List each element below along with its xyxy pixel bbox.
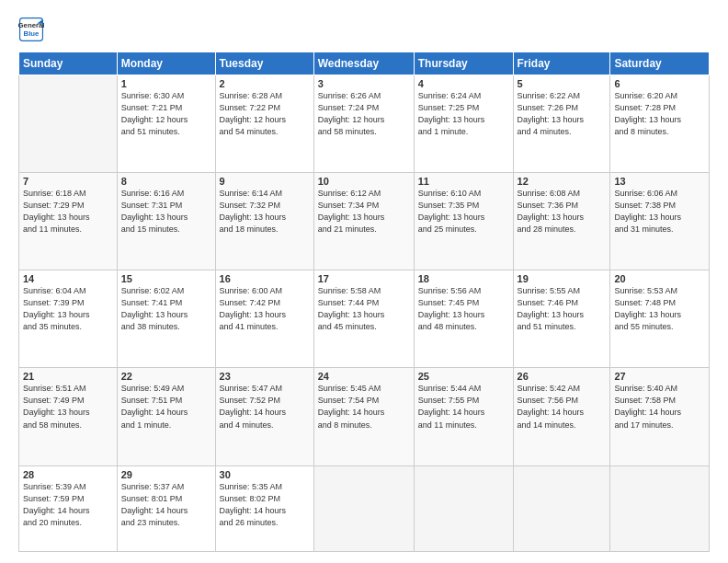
day-number: 12 [518, 176, 607, 187]
weekday-header-thursday: Thursday [414, 52, 513, 75]
day-number: 28 [23, 469, 113, 480]
calendar-cell [414, 465, 513, 552]
day-info: Sunrise: 6:04 AM Sunset: 7:39 PM Dayligh… [23, 285, 113, 333]
day-number: 16 [220, 273, 310, 284]
calendar-cell: 28Sunrise: 5:39 AM Sunset: 7:59 PM Dayli… [19, 465, 118, 552]
calendar-cell: 19Sunrise: 5:55 AM Sunset: 7:46 PM Dayli… [513, 270, 610, 368]
weekday-header-tuesday: Tuesday [215, 52, 313, 75]
calendar-cell: 3Sunrise: 6:26 AM Sunset: 7:24 PM Daylig… [313, 75, 414, 173]
day-info: Sunrise: 6:24 AM Sunset: 7:25 PM Dayligh… [418, 90, 509, 138]
day-number: 7 [23, 176, 113, 187]
day-number: 1 [121, 78, 211, 89]
day-info: Sunrise: 5:51 AM Sunset: 7:49 PM Dayligh… [23, 383, 113, 431]
calendar-cell: 14Sunrise: 6:04 AM Sunset: 7:39 PM Dayli… [19, 270, 118, 368]
day-info: Sunrise: 6:16 AM Sunset: 7:31 PM Dayligh… [121, 188, 211, 236]
day-number: 2 [220, 78, 310, 89]
calendar-table: SundayMondayTuesdayWednesdayThursdayFrid… [18, 52, 710, 552]
week-row-1: 1Sunrise: 6:30 AM Sunset: 7:21 PM Daylig… [19, 75, 710, 173]
day-number: 27 [614, 371, 705, 382]
day-info: Sunrise: 5:45 AM Sunset: 7:54 PM Dayligh… [318, 383, 410, 431]
calendar-cell: 11Sunrise: 6:10 AM Sunset: 7:35 PM Dayli… [414, 173, 513, 270]
week-row-2: 7Sunrise: 6:18 AM Sunset: 7:29 PM Daylig… [19, 173, 710, 270]
week-row-5: 28Sunrise: 5:39 AM Sunset: 7:59 PM Dayli… [19, 465, 710, 552]
day-info: Sunrise: 5:37 AM Sunset: 8:01 PM Dayligh… [121, 481, 211, 529]
logo-icon: General Blue [18, 17, 44, 42]
day-number: 29 [121, 469, 211, 480]
day-info: Sunrise: 6:14 AM Sunset: 7:32 PM Dayligh… [220, 188, 310, 236]
calendar-cell: 22Sunrise: 5:49 AM Sunset: 7:51 PM Dayli… [117, 368, 215, 465]
day-info: Sunrise: 5:42 AM Sunset: 7:56 PM Dayligh… [518, 383, 607, 431]
calendar-cell: 23Sunrise: 5:47 AM Sunset: 7:52 PM Dayli… [215, 368, 313, 465]
calendar-cell: 30Sunrise: 5:35 AM Sunset: 8:02 PM Dayli… [215, 465, 313, 552]
day-info: Sunrise: 5:40 AM Sunset: 7:58 PM Dayligh… [614, 383, 705, 431]
calendar-cell: 25Sunrise: 5:44 AM Sunset: 7:55 PM Dayli… [414, 368, 513, 465]
calendar-cell: 2Sunrise: 6:28 AM Sunset: 7:22 PM Daylig… [215, 75, 313, 173]
day-number: 4 [418, 78, 509, 89]
day-info: Sunrise: 6:18 AM Sunset: 7:29 PM Dayligh… [23, 188, 113, 236]
calendar-cell: 4Sunrise: 6:24 AM Sunset: 7:25 PM Daylig… [414, 75, 513, 173]
day-info: Sunrise: 5:58 AM Sunset: 7:44 PM Dayligh… [318, 285, 410, 333]
calendar-cell: 15Sunrise: 6:02 AM Sunset: 7:41 PM Dayli… [117, 270, 215, 368]
calendar-cell: 29Sunrise: 5:37 AM Sunset: 8:01 PM Dayli… [117, 465, 215, 552]
calendar-cell: 12Sunrise: 6:08 AM Sunset: 7:36 PM Dayli… [513, 173, 610, 270]
day-info: Sunrise: 5:53 AM Sunset: 7:48 PM Dayligh… [614, 285, 705, 333]
calendar-cell [513, 465, 610, 552]
day-number: 30 [220, 469, 310, 480]
svg-text:Blue: Blue [24, 29, 40, 38]
day-number: 14 [23, 273, 113, 284]
calendar-cell: 13Sunrise: 6:06 AM Sunset: 7:38 PM Dayli… [610, 173, 710, 270]
weekday-header-wednesday: Wednesday [313, 52, 414, 75]
week-row-3: 14Sunrise: 6:04 AM Sunset: 7:39 PM Dayli… [19, 270, 710, 368]
day-number: 18 [418, 273, 509, 284]
day-info: Sunrise: 5:47 AM Sunset: 7:52 PM Dayligh… [220, 383, 310, 431]
calendar-cell: 7Sunrise: 6:18 AM Sunset: 7:29 PM Daylig… [19, 173, 118, 270]
weekday-header-sunday: Sunday [19, 52, 118, 75]
day-info: Sunrise: 5:44 AM Sunset: 7:55 PM Dayligh… [418, 383, 509, 431]
calendar-cell: 1Sunrise: 6:30 AM Sunset: 7:21 PM Daylig… [117, 75, 215, 173]
day-number: 24 [318, 371, 410, 382]
calendar-cell: 24Sunrise: 5:45 AM Sunset: 7:54 PM Dayli… [313, 368, 414, 465]
day-info: Sunrise: 5:49 AM Sunset: 7:51 PM Dayligh… [121, 383, 211, 431]
day-info: Sunrise: 6:22 AM Sunset: 7:26 PM Dayligh… [518, 90, 607, 138]
day-info: Sunrise: 5:56 AM Sunset: 7:45 PM Dayligh… [418, 285, 509, 333]
day-info: Sunrise: 6:00 AM Sunset: 7:42 PM Dayligh… [220, 285, 310, 333]
day-number: 23 [220, 371, 310, 382]
day-number: 20 [614, 273, 705, 284]
day-info: Sunrise: 6:10 AM Sunset: 7:35 PM Dayligh… [418, 188, 509, 236]
day-number: 11 [418, 176, 509, 187]
day-number: 6 [614, 78, 705, 89]
day-number: 26 [518, 371, 607, 382]
day-info: Sunrise: 5:39 AM Sunset: 7:59 PM Dayligh… [23, 481, 113, 529]
calendar-cell: 9Sunrise: 6:14 AM Sunset: 7:32 PM Daylig… [215, 173, 313, 270]
calendar-cell: 6Sunrise: 6:20 AM Sunset: 7:28 PM Daylig… [610, 75, 710, 173]
weekday-header-monday: Monday [117, 52, 215, 75]
day-info: Sunrise: 5:55 AM Sunset: 7:46 PM Dayligh… [518, 285, 607, 333]
calendar-cell: 20Sunrise: 5:53 AM Sunset: 7:48 PM Dayli… [610, 270, 710, 368]
calendar-cell: 16Sunrise: 6:00 AM Sunset: 7:42 PM Dayli… [215, 270, 313, 368]
day-number: 19 [518, 273, 607, 284]
day-number: 22 [121, 371, 211, 382]
day-number: 17 [318, 273, 410, 284]
header: General Blue [18, 17, 710, 42]
day-info: Sunrise: 6:08 AM Sunset: 7:36 PM Dayligh… [518, 188, 607, 236]
calendar-cell [313, 465, 414, 552]
day-number: 9 [220, 176, 310, 187]
calendar-cell: 18Sunrise: 5:56 AM Sunset: 7:45 PM Dayli… [414, 270, 513, 368]
weekday-header-saturday: Saturday [610, 52, 710, 75]
weekday-header-friday: Friday [513, 52, 610, 75]
day-info: Sunrise: 6:02 AM Sunset: 7:41 PM Dayligh… [121, 285, 211, 333]
calendar-cell: 17Sunrise: 5:58 AM Sunset: 7:44 PM Dayli… [313, 270, 414, 368]
day-number: 15 [121, 273, 211, 284]
page: General Blue SundayMondayTuesdayWednesda… [0, 0, 728, 563]
day-info: Sunrise: 6:30 AM Sunset: 7:21 PM Dayligh… [121, 90, 211, 138]
calendar-cell: 27Sunrise: 5:40 AM Sunset: 7:58 PM Dayli… [610, 368, 710, 465]
day-number: 13 [614, 176, 705, 187]
logo: General Blue [18, 17, 44, 42]
calendar-cell [19, 75, 118, 173]
day-info: Sunrise: 5:35 AM Sunset: 8:02 PM Dayligh… [220, 481, 310, 529]
day-number: 3 [318, 78, 410, 89]
day-number: 8 [121, 176, 211, 187]
day-number: 25 [418, 371, 509, 382]
calendar-cell: 10Sunrise: 6:12 AM Sunset: 7:34 PM Dayli… [313, 173, 414, 270]
day-number: 21 [23, 371, 113, 382]
